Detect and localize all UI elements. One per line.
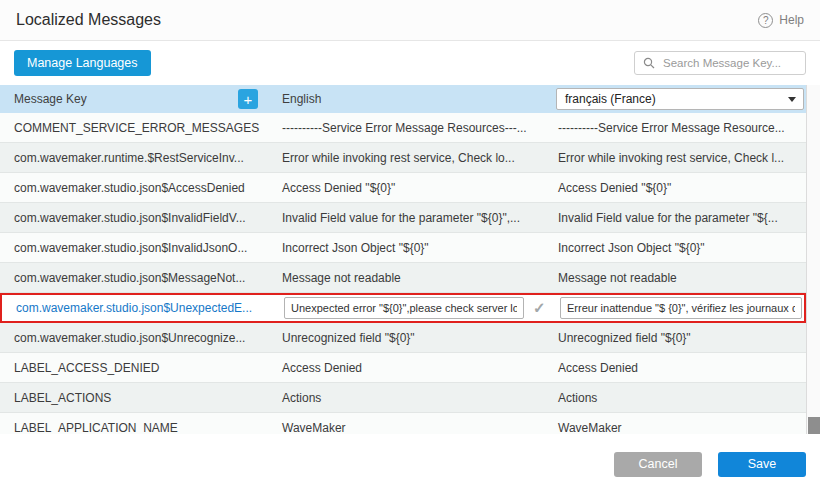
table-row[interactable]: com.wavemaker.studio.json$Unrecognize...… (0, 323, 806, 353)
locale-cell: Access Denied "${0}" (546, 181, 806, 195)
english-cell: Incorrect Json Object "${0}" (270, 241, 546, 255)
locale-cell: Access Denied (546, 361, 806, 375)
cancel-button[interactable]: Cancel (614, 452, 702, 477)
locale-cell: ----------Service Error Message Resource… (546, 121, 806, 135)
column-header-locale: français (France) (546, 88, 806, 110)
help-icon: ? (758, 13, 773, 28)
column-header-message-key: Message Key + (0, 89, 270, 109)
table-body: COMMENT_SERVICE_ERROR_MESSAGES ---------… (0, 113, 806, 434)
locale-cell: Incorrect Json Object "${0}" (546, 241, 806, 255)
save-button[interactable]: Save (718, 452, 806, 477)
locale-cell: WaveMaker (546, 421, 806, 435)
message-key-cell: com.wavemaker.studio.json$InvalidFieldV.… (0, 211, 270, 225)
english-cell: Message not readable (270, 271, 546, 285)
confirm-check-icon[interactable]: ✓ (533, 299, 546, 317)
english-cell: Invalid Field value for the parameter "$… (270, 211, 546, 225)
message-key-cell: com.wavemaker.studio.json$AccessDenied (0, 181, 270, 195)
english-cell: Access Denied (270, 361, 546, 375)
page-title: Localized Messages (16, 11, 161, 29)
message-key-cell: com.wavemaker.runtime.$RestServiceInv... (0, 151, 270, 165)
message-key-cell: com.wavemaker.studio.json$MessageNot... (0, 271, 270, 285)
english-cell: Error while invoking rest service, Check… (270, 151, 546, 165)
table-row[interactable]: com.wavemaker.studio.json$InvalidJsonO..… (0, 233, 806, 263)
english-message-input[interactable] (284, 297, 524, 319)
table-header: Message Key + English français (France) (0, 85, 806, 113)
english-cell: Access Denied "${0}" (270, 181, 546, 195)
table-row[interactable]: LABEL_ACCESS_DENIED Access Denied Access… (0, 353, 806, 383)
localized-messages-dialog: Localized Messages ? Help Manage Languag… (0, 0, 820, 487)
footer: Cancel Save (0, 441, 820, 487)
locale-cell: Actions (546, 391, 806, 405)
english-header-label: English (282, 92, 321, 106)
table-row[interactable]: com.wavemaker.studio.json$InvalidFieldV.… (0, 203, 806, 233)
help-label: Help (779, 13, 804, 27)
message-key-cell: LABEL_ACCESS_DENIED (0, 361, 270, 375)
locale-cell: Unrecognized field "${0}" (546, 331, 806, 345)
message-key-cell: com.wavemaker.studio.json$InvalidJsonO..… (0, 241, 270, 255)
message-key-header-label: Message Key (14, 92, 87, 106)
english-cell: ----------Service Error Message Resource… (270, 121, 546, 135)
french-message-input[interactable] (560, 297, 802, 319)
language-select-value: français (France) (565, 92, 656, 106)
locale-cell: Message not readable (546, 271, 806, 285)
table-row[interactable]: LABEL_APPLICATION_NAME WaveMaker WaveMak… (0, 413, 806, 434)
table-row-editing[interactable]: com.wavemaker.studio.json$UnexpectedE...… (0, 293, 806, 323)
help-button[interactable]: ? Help (758, 13, 804, 28)
message-key-cell: com.wavemaker.studio.json$Unrecognize... (0, 331, 270, 345)
table-row[interactable]: com.wavemaker.studio.json$AccessDenied A… (0, 173, 806, 203)
chevron-down-icon (788, 97, 796, 102)
locale-cell: Invalid Field value for the parameter "$… (546, 211, 806, 225)
message-key-cell: LABEL_APPLICATION_NAME (0, 421, 270, 435)
search-icon (643, 57, 655, 69)
search-box[interactable] (634, 51, 806, 75)
english-cell: Actions (270, 391, 546, 405)
locale-cell: Error while invoking rest service, Check… (546, 151, 806, 165)
scrollbar-thumb[interactable] (808, 417, 820, 434)
vertical-scrollbar[interactable] (806, 85, 820, 434)
language-select[interactable]: français (France) (556, 88, 804, 110)
manage-languages-button[interactable]: Manage Languages (14, 50, 151, 76)
english-cell: WaveMaker (270, 421, 546, 435)
toolbar: Manage Languages (0, 41, 820, 85)
table-row[interactable]: com.wavemaker.studio.json$MessageNot... … (0, 263, 806, 293)
search-input[interactable] (661, 56, 797, 70)
add-language-button[interactable]: + (238, 89, 258, 109)
table-row[interactable]: com.wavemaker.runtime.$RestServiceInv...… (0, 143, 806, 173)
locale-cell-editing (548, 297, 804, 319)
message-key-cell: COMMENT_SERVICE_ERROR_MESSAGES (0, 121, 270, 135)
message-key-cell[interactable]: com.wavemaker.studio.json$UnexpectedE... (2, 301, 272, 315)
english-cell: Unrecognized field "${0}" (270, 331, 546, 345)
table-row[interactable]: LABEL_ACTIONS Actions Actions (0, 383, 806, 413)
titlebar: Localized Messages ? Help (0, 0, 820, 41)
message-key-cell: LABEL_ACTIONS (0, 391, 270, 405)
table-row[interactable]: COMMENT_SERVICE_ERROR_MESSAGES ---------… (0, 113, 806, 143)
english-cell-editing: ✓ (272, 297, 548, 319)
column-header-english: English (270, 92, 546, 106)
